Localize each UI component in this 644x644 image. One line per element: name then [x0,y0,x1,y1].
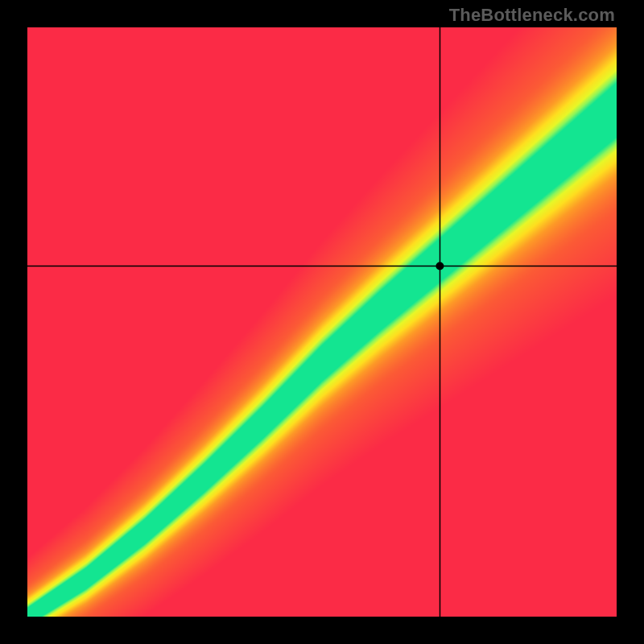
chart-frame: TheBottleneck.com [0,0,644,644]
plot-area [27,27,617,617]
watermark-text: TheBottleneck.com [449,5,615,26]
heatmap-canvas [27,27,617,617]
